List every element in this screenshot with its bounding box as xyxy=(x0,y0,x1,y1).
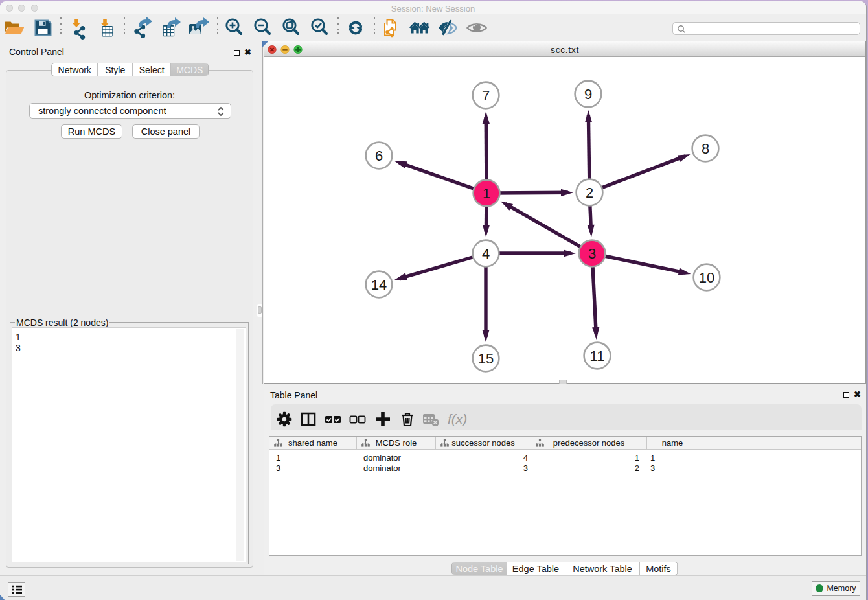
svg-text:f(x): f(x) xyxy=(448,411,467,426)
svg-text:6: 6 xyxy=(375,147,383,163)
svg-text:9: 9 xyxy=(584,86,592,102)
svg-text:1: 1 xyxy=(483,185,490,201)
svg-text:8: 8 xyxy=(702,140,709,156)
svg-text:7: 7 xyxy=(482,87,490,103)
svg-text:11: 11 xyxy=(590,347,605,363)
svg-text:4: 4 xyxy=(482,245,490,261)
svg-text:10: 10 xyxy=(699,269,714,285)
svg-text:14: 14 xyxy=(371,276,387,292)
svg-text:3: 3 xyxy=(588,245,596,261)
svg-text:15: 15 xyxy=(478,350,494,366)
svg-text:2: 2 xyxy=(586,184,593,200)
